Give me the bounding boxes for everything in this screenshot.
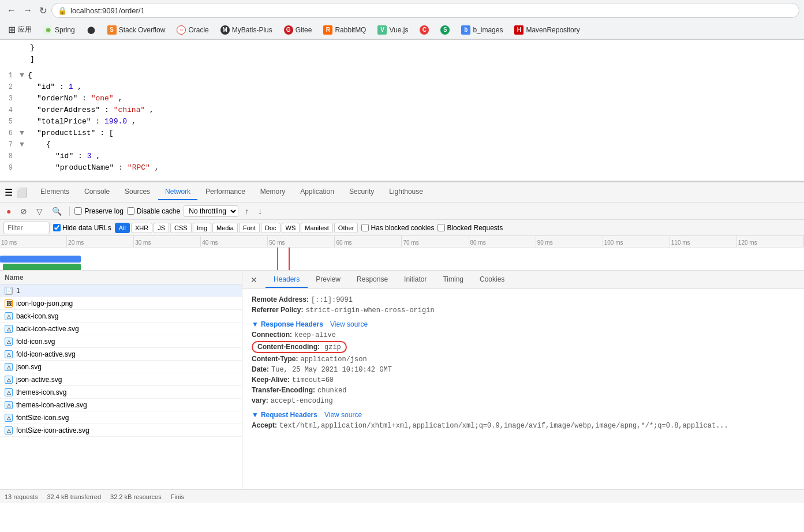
json-line-8: 8 "id" : 3 , [0, 151, 804, 162]
back-button[interactable]: ← [5, 3, 18, 18]
content-type-value: application/json [300, 355, 367, 364]
bookmark-s[interactable]: S [437, 24, 453, 36]
filter-btn-img[interactable]: Img [193, 223, 211, 233]
json-line-7: 7 ▼ { [0, 139, 804, 151]
request-item-fold-icon-active[interactable]: △ fold-icon-active.svg [0, 348, 242, 361]
address-bar[interactable]: 🔒 localhost:9091/order/1 [51, 3, 799, 18]
content-type-row: Content-Type: application/json [252, 355, 795, 364]
hide-data-urls-checkbox[interactable]: Hide data URLs [53, 224, 111, 232]
bookmark-mybatis[interactable]: M MyBatis-Plus [217, 24, 276, 36]
search-button[interactable]: 🔍 [49, 205, 65, 218]
panel-tab-timing[interactable]: Timing [435, 272, 472, 288]
panel-tab-cookies[interactable]: Cookies [472, 272, 513, 288]
filter-btn-xhr[interactable]: XHR [131, 223, 152, 233]
filter-btn-media[interactable]: Media [212, 223, 238, 233]
tab-security[interactable]: Security [342, 184, 381, 200]
tab-memory[interactable]: Memory [253, 184, 292, 200]
bookmark-vuejs[interactable]: V Vue.js [374, 24, 412, 36]
panel-tabs: ✕ Headers Preview Response Initiator Tim… [242, 271, 804, 289]
filter-btn-css[interactable]: CSS [170, 223, 192, 233]
blocked-requests-checkbox[interactable]: Blocked Requests [437, 224, 503, 232]
bookmark-maven[interactable]: H MavenRepository [511, 24, 583, 36]
filter-btn-manifest[interactable]: Manifest [301, 223, 333, 233]
request-headers-title[interactable]: ▼ Request Headers View source [252, 411, 795, 419]
forward-button[interactable]: → [21, 3, 35, 18]
has-blocked-cookies-checkbox[interactable]: Has blocked cookies [361, 224, 434, 232]
tab-lighthouse[interactable]: Lighthouse [382, 184, 430, 200]
connection-value: keep-alive [294, 331, 336, 339]
filter-btn-doc[interactable]: Doc [261, 223, 281, 233]
devtools-undock-icon[interactable]: ⬜ [16, 187, 28, 198]
panel-tab-initiator[interactable]: Initiator [396, 272, 435, 288]
throttling-select[interactable]: No throttling [184, 205, 238, 217]
bookmark-apps[interactable]: ⊞ 应用 [5, 23, 35, 36]
request-view-source-link[interactable]: View source [324, 411, 362, 419]
upload-button[interactable]: ↑ [242, 205, 252, 218]
record-button[interactable]: ● [3, 205, 14, 218]
filter-btn-font[interactable]: Font [239, 223, 260, 233]
panel-tab-preview[interactable]: Preview [308, 272, 349, 288]
request-item-back-icon-active[interactable]: △ back-icon-active.svg [0, 323, 242, 335]
filter-input[interactable] [3, 222, 50, 234]
filter-bar: Hide data URLs All XHR JS CSS Img Media … [0, 220, 804, 236]
panel-tab-response[interactable]: Response [349, 272, 396, 288]
resources-size: 32.2 kB resources [110, 493, 162, 500]
bookmark-c[interactable]: C [416, 24, 432, 36]
bookmark-stackoverflow-label: Stack Overflow [119, 26, 166, 34]
request-icon-7: △ [5, 363, 13, 371]
response-headers-title[interactable]: ▼ Response Headers View source [252, 320, 795, 328]
filter-button[interactable]: ▽ [33, 205, 46, 218]
request-item-themes-icon-active[interactable]: △ themes-icon-active.svg [0, 399, 242, 411]
download-button[interactable]: ↓ [255, 205, 265, 218]
bookmark-b-images[interactable]: b b_images [458, 24, 506, 36]
view-source-link[interactable]: View source [330, 320, 368, 328]
tab-performance[interactable]: Performance [199, 184, 252, 200]
request-item-icon-logo-json[interactable]: 🖼 icon-logo-json.png [0, 297, 242, 310]
content-encoding-label: Content-Encoding: [257, 343, 320, 351]
panel-close-button[interactable]: ✕ [247, 273, 261, 287]
disable-cache-checkbox[interactable]: Disable cache [127, 207, 180, 215]
filter-btn-js[interactable]: JS [154, 223, 169, 233]
request-item-json-svg[interactable]: △ json.svg [0, 361, 242, 373]
bookmark-github[interactable]: ⬤ [83, 24, 99, 36]
json-line-6: 6 ▼ "productList" : [ [0, 128, 804, 139]
reload-button[interactable]: ↻ [37, 3, 49, 18]
tab-application[interactable]: Application [293, 184, 341, 200]
request-icon-3: △ [5, 312, 13, 320]
transfer-encoding-label: Transfer-Encoding: [252, 386, 315, 394]
vary-label: vary: [252, 396, 268, 404]
tab-sources[interactable]: Sources [118, 184, 157, 200]
request-item-fontsize-icon-active[interactable]: △ fontSize-icon-active.svg [0, 424, 242, 437]
bookmark-oracle[interactable]: ○ Oracle [173, 24, 212, 36]
preserve-log-checkbox[interactable]: Preserve log [74, 207, 123, 215]
tab-network[interactable]: Network [158, 184, 197, 200]
request-item-back-icon[interactable]: △ back-icon.svg [0, 310, 242, 323]
bookmarks-bar: ⊞ 应用 ◉ Spring ⬤ S Stack Overflow ○ Oracl… [0, 21, 804, 39]
request-item-fontsize-icon[interactable]: △ fontSize-icon.svg [0, 411, 242, 424]
tick-90ms: 90 ms [536, 236, 603, 247]
tab-console[interactable]: Console [77, 184, 117, 200]
request-item-themes-icon[interactable]: △ themes-icon.svg [0, 386, 242, 399]
bookmark-spring[interactable]: ◉ Spring [40, 24, 78, 36]
filter-btn-other[interactable]: Other [334, 223, 358, 233]
request-item-fold-icon[interactable]: △ fold-icon.svg [0, 335, 242, 348]
json-content-area: } ] 1 ▼ { 2 "id" : 1 , 3 "orderNo" : "on… [0, 40, 804, 181]
stop-button[interactable]: ⊘ [17, 205, 30, 218]
remote-address-label: Remote Address: [252, 295, 309, 304]
request-icon-10: △ [5, 401, 13, 409]
requests-count: 13 requests [5, 493, 38, 500]
filter-btn-all[interactable]: All [115, 223, 130, 233]
content-encoding-value: gzip [324, 343, 341, 351]
bookmark-gitee[interactable]: G Gitee [281, 24, 316, 36]
devtools-dock-icon[interactable]: ☰ [5, 187, 13, 198]
bookmark-rabbitmq[interactable]: R RabbitMQ [320, 24, 369, 36]
json-line-close-brace: } [0, 42, 804, 54]
panel-tab-headers[interactable]: Headers [265, 272, 308, 288]
request-item-1[interactable]: 📄 1 [0, 284, 242, 297]
request-item-json-active-svg[interactable]: △ json-active.svg [0, 373, 242, 386]
json-line-9: 9 "productName" : "RPC" , [0, 162, 804, 174]
bookmark-stackoverflow[interactable]: S Stack Overflow [104, 24, 169, 36]
filter-btn-ws[interactable]: WS [282, 223, 300, 233]
tab-elements[interactable]: Elements [33, 184, 76, 200]
tick-60ms: 60 ms [335, 236, 402, 247]
